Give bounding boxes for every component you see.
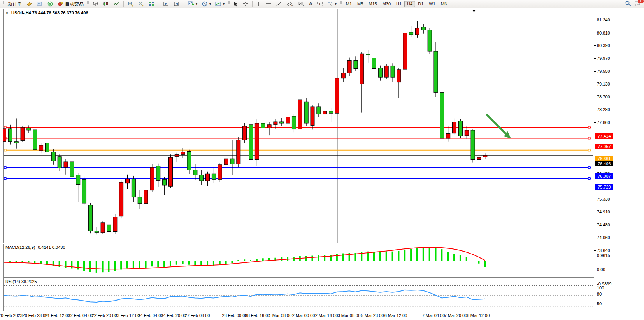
toolbar-grip[interactable]	[3, 1, 4, 7]
price-tick-label: 74.480	[597, 222, 610, 227]
periods-button[interactable]: ▾	[200, 0, 213, 8]
line-anchor-handle[interactable]	[4, 167, 6, 169]
time-tick-label: 23 Feb 12:00	[115, 313, 140, 318]
auto-scroll-button[interactable]	[172, 0, 182, 8]
candle	[477, 157, 481, 159]
market-watch-button[interactable]	[24, 0, 34, 8]
timeframe-h1-button[interactable]: H1	[393, 1, 404, 7]
text-button[interactable]: A	[307, 0, 314, 8]
candle	[119, 182, 123, 216]
time-axis[interactable]: 20 Feb 202320 Feb 23:0021 Feb 12:0022 Fe…	[0, 311, 644, 320]
chat-badge: 1	[638, 0, 644, 3]
candlestick-chart-button[interactable]	[101, 0, 111, 8]
macd-histogram-bar	[441, 249, 442, 261]
timeframe-m5-button[interactable]: M5	[354, 1, 366, 7]
line-anchor-handle[interactable]	[588, 178, 590, 180]
chart-plot[interactable]	[3, 9, 594, 316]
time-tick-label: 27 Feb 08:00	[185, 313, 210, 318]
bar-chart-button[interactable]	[90, 0, 100, 8]
symbol-ohlc: 76.444 76.563 76.370 76.496	[32, 10, 88, 15]
candle	[428, 30, 432, 51]
candle	[378, 68, 382, 77]
line-anchor-handle[interactable]	[4, 178, 6, 180]
price-tick-label: 74.910	[597, 210, 610, 214]
price-tick-mark	[594, 199, 596, 199]
macd-histogram-bar	[429, 248, 430, 261]
toolbar-grip[interactable]	[340, 1, 342, 7]
horizontal-line-button[interactable]	[263, 0, 274, 8]
price-tick-mark	[594, 250, 596, 251]
line-anchor-handle[interactable]	[588, 149, 590, 151]
price-tick-mark	[594, 212, 596, 212]
chat-button[interactable]: 1	[634, 1, 641, 7]
text-label-button[interactable]: T	[315, 0, 325, 8]
candle	[366, 54, 370, 55]
line-anchor-handle[interactable]	[588, 126, 590, 128]
timeframe-m30-button[interactable]: M30	[380, 1, 393, 7]
search-icon[interactable]	[625, 0, 631, 7]
symbol-bar[interactable]: ▼ USOil-,H4 76.444 76.563 76.370 76.496	[5, 10, 88, 15]
crosshair-button[interactable]	[241, 0, 250, 8]
candle	[323, 111, 327, 114]
candle	[372, 58, 376, 68]
timeframe-mn-button[interactable]: MN	[438, 1, 450, 7]
arrows-button[interactable]: ▾	[325, 0, 339, 8]
candle	[292, 116, 296, 129]
candle	[27, 128, 31, 130]
fibonacci-button[interactable]: F	[296, 0, 307, 8]
timeframe-w1-button[interactable]: W1	[426, 1, 438, 7]
line-anchor-handle[interactable]	[588, 137, 590, 139]
vertical-line-button[interactable]	[254, 0, 263, 8]
toolbar-grip[interactable]	[87, 1, 89, 7]
equidistant-channel-button[interactable]: E	[284, 0, 295, 8]
timeframe-d1-button[interactable]: D1	[415, 1, 426, 7]
vertical-line-icon	[256, 1, 261, 7]
auto-trading-button[interactable]: 自动交易	[56, 0, 86, 8]
add-indicator-button[interactable]: ▾	[186, 0, 199, 8]
candle	[261, 123, 265, 128]
macd-histogram-bar	[349, 253, 350, 261]
macd-histogram-bar	[342, 254, 344, 261]
macd-histogram-bar	[416, 248, 418, 261]
navigator-button[interactable]	[35, 0, 45, 8]
templates-button[interactable]: ▾	[213, 0, 226, 8]
toolbar-grip[interactable]	[228, 1, 230, 7]
new-order-button[interactable]: 新订单	[6, 0, 24, 8]
zoom-in-button[interactable]	[126, 0, 136, 8]
candle	[434, 51, 438, 92]
candle	[421, 27, 425, 30]
svg-text:T: T	[319, 2, 321, 6]
tile-windows-button[interactable]	[147, 0, 157, 8]
candle	[458, 121, 462, 136]
macd-histogram-bar	[96, 261, 97, 273]
line-anchor-handle[interactable]	[588, 167, 590, 169]
toolbar-separator	[252, 1, 253, 7]
price-tick-label: 75.330	[597, 197, 610, 201]
alerts-button[interactable]	[45, 0, 55, 8]
price-tick-mark	[594, 45, 596, 46]
line-chart-button[interactable]	[111, 0, 121, 8]
templates-icon	[215, 1, 221, 7]
collapse-triangle-icon[interactable]: ▼	[5, 12, 9, 15]
chart-shift-button[interactable]	[161, 0, 171, 8]
macd-histogram-bar	[237, 260, 239, 261]
chart-shift-icon	[163, 1, 169, 7]
line-anchor-handle[interactable]	[4, 149, 6, 151]
cursor-button[interactable]	[231, 0, 240, 8]
candle	[237, 140, 240, 164]
macd-histogram-bar	[484, 261, 486, 267]
timeframe-m15-button[interactable]: M15	[366, 1, 379, 7]
chevron-down-icon: ▾	[223, 2, 225, 6]
trendline-button[interactable]	[274, 0, 284, 8]
line-anchor-handle[interactable]	[4, 126, 6, 128]
candle	[304, 102, 308, 123]
zoom-out-button[interactable]	[136, 0, 146, 8]
candle	[175, 154, 179, 156]
candle	[200, 175, 204, 181]
time-tick-label: 20 Feb 2023	[0, 313, 23, 318]
timeframe-h4-button[interactable]: H4	[404, 1, 415, 7]
price-axis[interactable]: 81.24080.81080.39079.97079.55079.13078.7…	[594, 9, 644, 311]
timeframe-m1-button[interactable]: M1	[343, 1, 354, 7]
time-tick-label: 7 Mar 20:00	[444, 313, 467, 318]
time-tick-label: 5 Mar 23:00	[361, 313, 384, 318]
